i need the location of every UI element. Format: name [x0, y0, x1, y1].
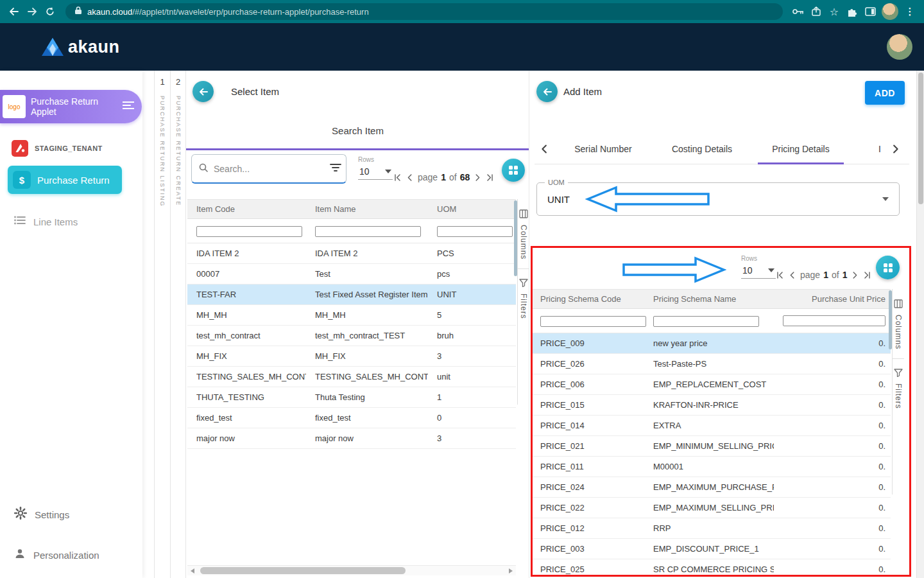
table-row[interactable]: PRICE_009 new year price 0. — [533, 333, 891, 354]
table-row[interactable]: PRICE_003 EMP_DISCOUNT_PRICE_1 0. — [533, 539, 891, 559]
table-row[interactable]: MH_MH MH_MH 5 — [187, 305, 516, 326]
window-scrollbar-thumb[interactable] — [918, 73, 923, 204]
column-header-item-name[interactable]: Item Name — [306, 204, 428, 214]
scroll-left-arrow[interactable] — [191, 568, 194, 574]
columns-icon — [519, 209, 528, 221]
uom-cell: 3 — [428, 434, 516, 443]
table-row[interactable]: 00007 Test pcs — [187, 264, 516, 285]
brand-name: akaun — [68, 37, 120, 57]
table-row[interactable]: PRICE_021 EMP_MINIMUM_SELLING_PRICE 0. — [533, 436, 891, 457]
prev-page-button[interactable] — [788, 271, 796, 279]
uom-cell: PCS — [428, 249, 516, 258]
back-button[interactable] — [536, 81, 558, 102]
rows-per-page-select[interactable]: 10 — [741, 263, 776, 279]
columns-rail-button[interactable]: Columns — [894, 299, 903, 349]
bookmark-star-icon[interactable]: ☆ — [825, 3, 843, 21]
horizontal-scrollbar-thumb[interactable] — [200, 567, 406, 574]
tab-pricing-details[interactable]: Pricing Details — [751, 134, 850, 164]
table-row[interactable]: PRICE_014 EXTRA 0. — [533, 416, 891, 436]
address-bar[interactable]: akaun.cloud/#/applet/tnt/wavelet/erp/pur… — [65, 3, 783, 20]
tab-next-partial[interactable]: I — [850, 134, 886, 164]
table-row[interactable]: fixed_test fixed_test 0 — [187, 408, 516, 428]
table-row[interactable]: PRICE_026 Test-Paste-PS 0. — [533, 354, 891, 374]
scroll-right-arrow[interactable] — [509, 568, 513, 574]
table-row[interactable]: PRICE_024 EMP_MAXIMUM_PURCHASE_P... 0. — [533, 477, 891, 498]
page-total: 68 — [460, 172, 470, 182]
column-header-item-code[interactable]: Item Code — [187, 204, 306, 214]
tab-search-item[interactable]: Search Item — [186, 125, 529, 136]
next-page-button[interactable] — [474, 173, 482, 182]
last-page-button[interactable] — [863, 271, 871, 279]
schema-code-cell: PRICE_012 — [533, 523, 653, 533]
user-avatar[interactable] — [887, 34, 912, 60]
browser-back-icon[interactable] — [5, 3, 23, 21]
filter-input-unit-price[interactable] — [783, 315, 886, 326]
share-icon[interactable] — [807, 3, 825, 21]
column-header-pricing-schema-name[interactable]: Pricing Schema Name — [653, 294, 774, 304]
first-page-button[interactable] — [393, 173, 402, 182]
grid-view-button[interactable] — [502, 159, 525, 182]
sidebar-item-personalization[interactable]: Personalization — [14, 545, 99, 565]
schema-code-cell: PRICE_011 — [533, 462, 653, 471]
akaun-logo[interactable]: akaun — [41, 37, 120, 57]
rows-per-page-select[interactable]: 10 — [358, 164, 393, 180]
grid-view-button[interactable] — [876, 256, 900, 279]
tabs-scroll-right-icon[interactable] — [886, 144, 905, 154]
table-row[interactable]: test_mh_contract test_mh_contract_TEST b… — [187, 326, 516, 346]
unit-price-cell: 0. — [774, 338, 891, 348]
schema-name-cell: EXTRA — [653, 421, 774, 430]
filter-input-item-code[interactable] — [196, 226, 302, 237]
browser-forward-icon[interactable] — [23, 3, 41, 21]
add-button[interactable]: ADD — [865, 81, 905, 105]
sidebar-item-line-items[interactable]: Line Items — [14, 212, 78, 231]
collapse-menu-icon[interactable] — [123, 101, 134, 112]
table-row[interactable]: IDA ITEM 2 IDA ITEM 2 PCS — [187, 243, 516, 264]
table-row[interactable]: TESTING_SALES_MH_CONTRACT TESTING_SALES_… — [187, 367, 516, 387]
browser-menu-icon[interactable]: ⋮ — [901, 3, 919, 21]
sidebar-item-purchase-return[interactable]: $ Purchase Return — [8, 166, 122, 194]
table-row[interactable]: major now major now 3 — [187, 428, 516, 449]
table-row[interactable]: PRICE_015 KRAFTON-INR-PRICE 0. — [533, 395, 891, 416]
table-row[interactable]: THUTA_TESTING Thuta Testing 1 — [187, 387, 516, 408]
first-page-button[interactable] — [776, 271, 784, 279]
column-header-uom[interactable]: UOM — [428, 204, 516, 214]
search-input[interactable] — [214, 164, 330, 174]
table-row[interactable]: MH_FIX MH_FIX 3 — [187, 346, 516, 367]
filter-input-schema-name[interactable] — [653, 316, 759, 327]
column-header-purchase-unit-price[interactable]: Purchase Unit Price — [774, 294, 891, 304]
applet-banner[interactable]: logo Purchase Return Applet — [0, 90, 142, 123]
side-panel-icon[interactable] — [861, 3, 879, 21]
vertical-tab-purchase-return-listing[interactable]: 1 PURCHASE RETURN LISTING — [154, 71, 170, 578]
tab-costing-details[interactable]: Costing Details — [653, 134, 751, 164]
tab-serial-number[interactable]: Serial Number — [554, 134, 653, 164]
table-row[interactable]: PRICE_011 M00001 0. — [533, 457, 891, 477]
browser-profile-avatar[interactable] — [882, 3, 898, 20]
table-row[interactable]: PRICE_025 SR CP COMMERCE PRICING SC... 0… — [533, 559, 891, 578]
last-page-button[interactable] — [486, 173, 494, 182]
back-button[interactable] — [193, 81, 214, 102]
filters-rail-button[interactable]: Filters — [894, 368, 903, 409]
tabs-scroll-left-icon[interactable] — [535, 144, 554, 154]
uom-select[interactable]: UOM UNIT — [536, 182, 900, 216]
filter-list-icon[interactable] — [330, 163, 341, 175]
sidebar-item-settings[interactable]: Settings — [14, 505, 69, 524]
tenant-selector[interactable]: STAGING_TENANT — [12, 139, 103, 158]
filter-input-uom[interactable] — [437, 226, 513, 237]
browser-refresh-icon[interactable] — [41, 3, 59, 21]
schema-code-cell: PRICE_003 — [533, 544, 653, 554]
table-row[interactable]: TEST-FAR Test Fixed Asset Register Item … — [187, 285, 516, 305]
extensions-puzzle-icon[interactable] — [843, 3, 861, 21]
columns-rail-button[interactable]: Columns — [519, 209, 528, 259]
table-row[interactable]: PRICE_006 EMP_REPLACEMENT_COST 0. — [533, 374, 891, 395]
filter-input-schema-code[interactable] — [540, 316, 646, 327]
vertical-tab-purchase-return-create[interactable]: 2 PURCHASE RETURN CREATE — [170, 71, 186, 578]
password-key-icon[interactable] — [789, 3, 807, 21]
uom-label: UOM — [545, 179, 568, 186]
filters-rail-button[interactable]: Filters — [519, 278, 528, 319]
table-row[interactable]: PRICE_012 RRP 0. — [533, 518, 891, 539]
prev-page-button[interactable] — [406, 173, 414, 182]
filter-input-item-name[interactable] — [315, 226, 421, 237]
next-page-button[interactable] — [851, 271, 859, 279]
table-row[interactable]: PRICE_022 EMP_MAXIMUM_SELLING_PRICE 0. — [533, 498, 891, 518]
column-header-pricing-schema-code[interactable]: Pricing Schema Code — [533, 294, 653, 304]
